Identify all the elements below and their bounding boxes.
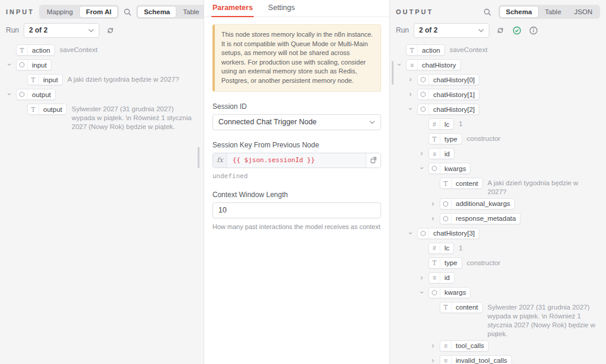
tab-input-table[interactable]: Table: [176, 6, 204, 18]
schema-key-pill[interactable]: Taction: [406, 44, 445, 56]
schema-key-pill[interactable]: kwargs: [428, 287, 470, 298]
chevron-down-icon[interactable]: ›: [4, 90, 15, 99]
schema-key-pill[interactable]: Ttype: [428, 257, 462, 269]
chevron-down-icon[interactable]: ›: [417, 164, 427, 173]
schema-key-pill[interactable]: additional_kwargs: [440, 198, 515, 210]
list-type-icon: ≡: [429, 273, 440, 283]
session-id-select[interactable]: Connected Chat Trigger Node: [212, 114, 381, 130]
input-panel-title: INPUT: [6, 8, 34, 15]
search-icon[interactable]: [124, 6, 131, 18]
schema-key-pill[interactable]: ≡tool_calls: [440, 340, 489, 352]
schema-value: Sylwester 2027 (31 grudnia 2027) wypada …: [488, 303, 600, 339]
chevron-right-icon[interactable]: ›: [406, 74, 415, 85]
number-type-icon: #: [429, 243, 440, 253]
refresh-icon[interactable]: [104, 24, 116, 36]
node-settings-tabs: Parameters Settings: [204, 0, 389, 17]
input-schema-tree: TactionsaveContext›inputTinputA jaki dzi…: [0, 40, 204, 131]
chevron-down-icon[interactable]: ›: [394, 60, 405, 69]
schema-row: TcontentSylwester 2027 (31 grudnia 2027)…: [390, 300, 600, 339]
tab-mapping[interactable]: Mapping: [40, 6, 79, 18]
chevron-right-icon[interactable]: ›: [428, 213, 437, 224]
context-window-input[interactable]: 10: [212, 202, 381, 218]
schema-key-pill[interactable]: output: [16, 89, 56, 100]
panel-resize-handle-left[interactable]: [198, 147, 199, 168]
schema-row: ›chatHistory[3]: [390, 226, 600, 241]
expression-code[interactable]: {{ $json.sessionId }}: [227, 153, 366, 167]
tab-output-table[interactable]: Table: [539, 6, 568, 18]
schema-key-pill[interactable]: kwargs: [428, 163, 470, 174]
schema-key-pill[interactable]: #lc: [428, 243, 454, 254]
schema-key-pill[interactable]: Tcontent: [440, 302, 483, 313]
tab-input-schema[interactable]: Schema: [137, 6, 176, 18]
tab-output-json[interactable]: JSON: [568, 6, 599, 18]
object-type-icon: [418, 228, 429, 239]
chevron-down-icon[interactable]: ›: [417, 288, 427, 297]
schema-key-pill[interactable]: Tcontent: [440, 178, 483, 189]
panel-resize-handle-right[interactable]: [392, 61, 394, 85]
schema-key-pill[interactable]: chatHistory[0]: [417, 74, 479, 85]
schema-row: ›input: [0, 57, 198, 72]
info-icon[interactable]: [527, 24, 539, 36]
list-type-icon: ≡: [429, 149, 440, 159]
schema-key-pill[interactable]: Tinput: [27, 74, 63, 85]
chevron-right-icon[interactable]: ›: [428, 340, 437, 351]
tab-settings[interactable]: Settings: [268, 4, 295, 17]
schema-value: saveContext: [450, 46, 600, 54]
list-type-icon: ≡: [440, 356, 452, 364]
schema-key-pill[interactable]: chatHistory[3]: [417, 228, 479, 239]
schema-key-pill[interactable]: chatHistory[2]: [417, 104, 479, 115]
schema-value: 1: [459, 120, 600, 128]
chevron-right-icon[interactable]: ›: [417, 272, 426, 283]
object-type-icon: [17, 60, 28, 70]
output-panel: OUTPUT Schema Table JSON Run 2 of 2: [390, 0, 606, 364]
input-panel-header: INPUT Mapping From AI Schema Table JSON …: [0, 0, 204, 40]
chevron-down-icon[interactable]: ›: [405, 105, 416, 114]
chevron-right-icon[interactable]: ›: [428, 355, 437, 364]
run-label: Run: [396, 26, 409, 34]
list-type-icon: ≡: [440, 341, 452, 351]
session-id-value: Connected Chat Trigger Node: [218, 118, 317, 126]
chevron-down-icon: [88, 28, 94, 33]
schema-key-pill[interactable]: Toutput: [27, 104, 67, 115]
schema-row: ›kwargs: [390, 285, 600, 300]
schema-key-pill[interactable]: ≡id: [428, 148, 454, 159]
refresh-icon[interactable]: [494, 24, 506, 36]
session-id-label: Session ID: [212, 102, 381, 111]
search-icon[interactable]: [482, 6, 494, 18]
object-type-icon: [418, 75, 429, 85]
schema-key-pill[interactable]: input: [16, 59, 51, 70]
string-type-icon: T: [28, 75, 39, 85]
chevron-right-icon[interactable]: ›: [406, 89, 415, 99]
schema-key-pill[interactable]: #lc: [428, 118, 454, 130]
output-run-selector[interactable]: 2 of 2: [414, 23, 489, 38]
chevron-down-icon[interactable]: ›: [405, 228, 416, 237]
tab-parameters[interactable]: Parameters: [212, 4, 253, 17]
object-type-icon: [17, 89, 28, 99]
tab-output-schema[interactable]: Schema: [499, 6, 539, 18]
success-check-icon: [511, 24, 523, 36]
input-run-selector[interactable]: 2 of 2: [24, 23, 99, 38]
schema-key-pill[interactable]: ≡id: [428, 272, 454, 284]
run-label: Run: [6, 26, 19, 34]
schema-key-pill[interactable]: response_metadata: [440, 213, 521, 224]
chevron-right-icon[interactable]: ›: [428, 198, 437, 209]
session-key-expression-input[interactable]: fx {{ $json.sessionId }}: [212, 153, 381, 168]
schema-row: ›output: [0, 87, 198, 102]
input-view-switch: Schema Table JSON: [136, 5, 204, 19]
schema-key-pill[interactable]: chatHistory[1]: [417, 89, 479, 100]
schema-key-pill[interactable]: ≡invalid_tool_calls: [440, 355, 512, 364]
schema-row: TcontentA jaki dzień tygodnia będzie w 2…: [390, 176, 600, 197]
schema-row: Ttypeconstructor: [390, 256, 600, 270]
schema-value: saveContext: [60, 46, 198, 54]
schema-key-pill[interactable]: Ttype: [428, 133, 462, 144]
schema-key-pill[interactable]: Taction: [16, 44, 55, 56]
session-key-label: Session Key From Previous Node: [212, 141, 381, 149]
schema-key-pill[interactable]: ≡chatHistory: [406, 59, 461, 70]
chevron-down-icon[interactable]: ›: [4, 60, 15, 69]
output-view-switch: Schema Table JSON: [498, 5, 600, 19]
tab-from-ai[interactable]: From AI: [79, 6, 118, 18]
open-expression-editor-icon[interactable]: [366, 153, 381, 167]
schema-value: A jaki dzień tygodnia będzie w 2027?: [67, 75, 198, 84]
chevron-right-icon[interactable]: ›: [417, 148, 426, 159]
string-type-icon: T: [440, 302, 452, 313]
